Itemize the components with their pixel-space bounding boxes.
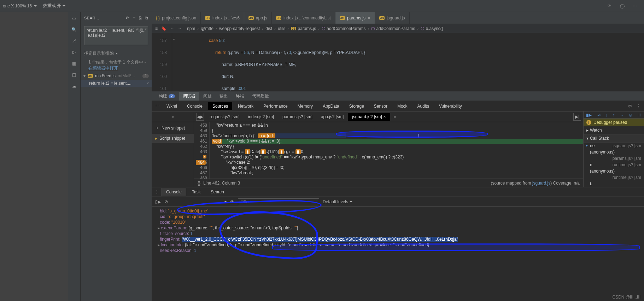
more-icon[interactable]: ⋯	[632, 3, 638, 9]
stack-frame[interactable]: nejsguard.js? [sm	[584, 143, 644, 149]
source-map-link[interactable]: jsguard.js	[532, 181, 550, 186]
step-over-icon[interactable]: ⤻	[597, 113, 601, 118]
source-tab[interactable]: request.js? [sm]	[205, 113, 244, 121]
hot-reload-toggle[interactable]: 热重载 开	[43, 3, 65, 9]
gear-icon[interactable]: ⚙	[626, 104, 633, 109]
new-file-icon[interactable]: ⎘	[139, 16, 141, 20]
close-icon[interactable]: ×	[368, 15, 370, 21]
stack-frame[interactable]: t.	[584, 181, 644, 187]
run-icon[interactable]: ▷	[71, 49, 78, 56]
devtools-tab-storage[interactable]: Storage	[345, 102, 368, 110]
refresh-icon[interactable]: ⟳	[126, 16, 129, 20]
search-icon[interactable]: 🔍	[71, 26, 78, 33]
sidebar-toggle-icon[interactable]: ▯▶	[155, 199, 161, 204]
tab-params-js[interactable]: JS params.js ×	[335, 12, 375, 24]
bookmark-icon[interactable]: 🔖	[161, 26, 166, 31]
show-file-icon[interactable]: ▶|	[573, 113, 581, 121]
source-tab[interactable]: app.js? [sm]	[317, 113, 348, 121]
grid-icon[interactable]: ▦	[71, 60, 78, 67]
console-filter-input[interactable]	[238, 198, 319, 205]
devtools-tab-memory[interactable]: Memory	[293, 102, 317, 110]
chevron-down-icon	[63, 5, 65, 7]
step-out-icon[interactable]: ↑	[613, 113, 615, 118]
back-icon[interactable]: ←	[170, 26, 174, 31]
tab-problems[interactable]: 问题	[200, 92, 215, 101]
step-into-icon[interactable]: ↓	[605, 113, 608, 118]
collapse-icon[interactable]: ⧉	[145, 16, 148, 20]
drawer-tab-search[interactable]: Search	[206, 188, 228, 196]
drawer-tab-console[interactable]: Console	[162, 188, 186, 196]
devtools-tab-vulnerability[interactable]: Vulnerability	[435, 102, 466, 110]
include-exclude-section[interactable]: 指定目录和排除	[81, 48, 152, 59]
watch-section[interactable]: ▸ Watch	[584, 126, 644, 134]
more-icon[interactable]: ⋮	[635, 104, 642, 109]
snippet-item[interactable]: ▸ Script snippet	[152, 134, 194, 143]
stack-frame[interactable]: (anonymous)	[584, 168, 644, 174]
tab-code-quality[interactable]: 代码质量	[248, 92, 273, 101]
console-output[interactable]: bid: "b_group_0ttq0tj_mc" cid: "c_group_…	[152, 207, 644, 301]
devtools-tab-performance[interactable]: Performance	[259, 102, 292, 110]
devtools-tab-audits[interactable]: Audits	[413, 102, 433, 110]
tab-debugger[interactable]: 调试器	[179, 92, 199, 101]
log-levels-dropdown[interactable]: Default levels	[323, 199, 352, 204]
search-result-file[interactable]: ▾ JS mixFeed.js mtMall\... 1	[81, 72, 152, 80]
close-icon[interactable]: ×	[146, 81, 149, 86]
stop-icon[interactable]: ◯	[619, 3, 625, 9]
nav-back-icon[interactable]: ◀▶	[196, 113, 204, 121]
eye-icon[interactable]: 👁	[230, 199, 234, 204]
drawer-tab-task[interactable]: Task	[188, 188, 205, 196]
refresh-icon[interactable]: ⟳	[607, 3, 612, 9]
callstack-section[interactable]: ▾ Call Stack	[584, 134, 644, 143]
more-tabs-icon[interactable]: »	[394, 114, 396, 119]
tab-index-es6[interactable]: JS index.js ...\es6	[201, 12, 244, 24]
devtools-tab-network[interactable]: Network	[234, 102, 258, 110]
window-icon[interactable]: ◫	[71, 71, 78, 78]
tab-index-commodity[interactable]: JS index.js ...\commodityList	[272, 12, 335, 24]
resume-icon[interactable]: ▮▶	[586, 113, 592, 118]
clear-icon[interactable]: ≡	[133, 16, 135, 20]
context-dropdown[interactable]: ▾	[224, 199, 227, 204]
editor-code[interactable]: 157158159160161 ⌄ case 56:return q.prev …	[152, 33, 644, 91]
tab-project-config[interactable]: {·} project.config.json	[152, 12, 201, 24]
open-in-editor-link[interactable]: 在编辑器中打开	[88, 66, 118, 71]
stack-frame[interactable]: nruntime.js? [sm	[584, 162, 644, 168]
activity-bar: ▭ 🔍 ⎇ ▷ ▦ ◫ ☁	[68, 12, 81, 301]
match-case-icon[interactable]: Aa	[128, 28, 134, 32]
stack-frame[interactable]: (anonymous)	[584, 149, 644, 155]
step-icon[interactable]: →	[620, 113, 624, 118]
tab-terminal[interactable]: 终端	[232, 92, 248, 101]
regex-icon[interactable]: .*	[144, 28, 147, 32]
close-icon[interactable]: ×	[383, 114, 386, 119]
inspect-icon[interactable]: ⬚	[154, 104, 161, 109]
deactivate-icon[interactable]: ⦸	[629, 113, 632, 118]
sources-code[interactable]: 458459460461462463?464465466467468469 "k…	[194, 122, 583, 179]
tab-output[interactable]: 输出	[216, 92, 232, 101]
menu-icon[interactable]: ⋮	[154, 189, 160, 194]
devtools-tab-sources[interactable]: Sources	[208, 102, 232, 110]
source-tab[interactable]: jsguard.js? [sm]×	[348, 113, 390, 121]
new-snippet-button[interactable]: ＋ New snippet	[152, 122, 188, 134]
device-info[interactable]: one X 100% 16	[0, 4, 40, 8]
tab-jsguard-js[interactable]: JS jsguard.js	[375, 12, 409, 24]
tab-build[interactable]: 构建 2	[155, 92, 178, 101]
devtools-tab-wxml[interactable]: Wxml	[162, 102, 181, 110]
devtools-tab-appdata[interactable]: AppData	[318, 102, 344, 110]
braces-icon[interactable]: {}	[198, 181, 200, 186]
devtools-tab-mock[interactable]: Mock	[393, 102, 412, 110]
vcs-icon[interactable]: ⎇	[71, 37, 78, 44]
source-tab[interactable]: params.js? [sm]	[278, 113, 317, 121]
whole-word-icon[interactable]: Abl	[136, 28, 142, 32]
devtools-tab-console[interactable]: Console	[183, 102, 207, 110]
tab-app-js[interactable]: JS app.js	[244, 12, 272, 24]
search-result-match[interactable]: return le.t2 = le.sent,... ×	[81, 80, 152, 87]
source-tab[interactable]: index.js? [sm]	[244, 113, 278, 121]
breadcrumb-root[interactable]: npm	[187, 26, 195, 31]
list-icon[interactable]: ≡	[155, 26, 158, 31]
docker-icon[interactable]: ☁	[71, 83, 78, 90]
more-icon[interactable]: »	[171, 114, 174, 119]
pause-exception-icon[interactable]: ⏸	[637, 113, 642, 118]
files-icon[interactable]: ▭	[71, 15, 78, 22]
clear-console-icon[interactable]: ⊘	[164, 199, 168, 204]
forward-icon[interactable]: →	[178, 26, 182, 31]
devtools-tab-sensor[interactable]: Sensor	[370, 102, 392, 110]
